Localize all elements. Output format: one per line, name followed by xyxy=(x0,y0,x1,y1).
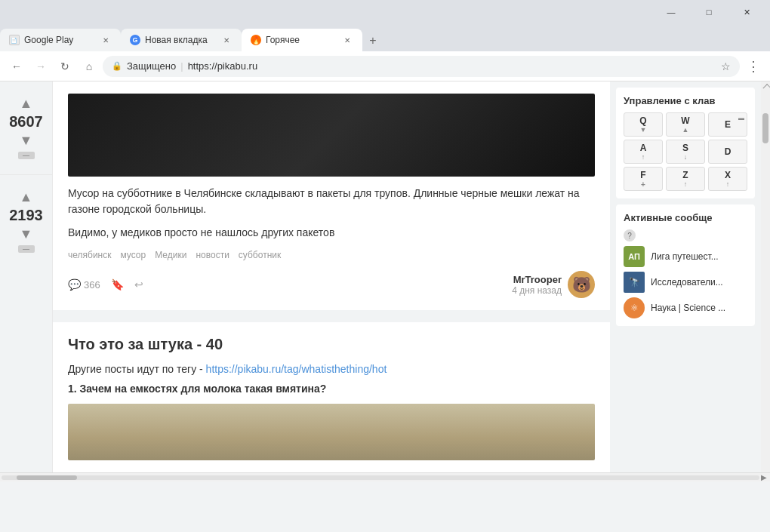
key-s: S ↓ xyxy=(666,140,705,164)
community-item-2[interactable]: ⚛ Наука | Science ... xyxy=(624,297,747,318)
author-name-1[interactable]: MrTrooper xyxy=(512,274,562,285)
tab-favicon-2: G xyxy=(130,35,140,45)
new-tab-button[interactable]: + xyxy=(362,30,383,51)
vote-dash-1[interactable]: — xyxy=(18,152,35,159)
post-footer-1: 💬 366 🔖 ↩ xyxy=(68,271,595,298)
window-controls: — □ ✕ xyxy=(654,0,764,24)
share-icon: ↩ xyxy=(134,278,143,291)
minimize-button[interactable]: — xyxy=(654,0,688,24)
key-a: A ↑ xyxy=(624,140,663,164)
scrollbar-thumb[interactable] xyxy=(17,475,77,480)
home-button[interactable]: ⌂ xyxy=(79,56,100,77)
vote-down-1[interactable]: ▼ xyxy=(20,134,33,147)
security-label: Защищено xyxy=(127,60,176,72)
post-title-2: Что это за штука - 40 xyxy=(68,334,595,354)
key-z: Z ↑ xyxy=(666,167,705,191)
tab-label-3: Горячее xyxy=(266,35,337,45)
scroll-right-btn[interactable]: ▶ xyxy=(759,473,768,482)
community-item-0[interactable]: АП Лига путешест... xyxy=(624,246,747,267)
community-icon-1: 🔭 xyxy=(624,272,645,293)
post-tag-3[interactable]: новости xyxy=(196,250,229,260)
post-actions-1: 💬 366 🔖 ↩ xyxy=(68,278,143,291)
post-tag-0[interactable]: челябинск xyxy=(68,250,111,260)
tab-close-3[interactable]: ✕ xyxy=(341,34,353,46)
vote-up-2[interactable]: ▲ xyxy=(20,190,33,204)
vscrollbar-thumb[interactable] xyxy=(762,113,768,143)
tab-close-2[interactable]: ✕ xyxy=(220,34,233,46)
post-tag-4[interactable]: субботник xyxy=(239,250,281,260)
address-separator: | xyxy=(180,60,183,72)
comments-action[interactable]: 💬 366 xyxy=(68,278,100,291)
reload-button[interactable]: ↻ xyxy=(54,56,75,77)
author-avatar-1: 🐻 xyxy=(568,271,595,298)
key-e: E ▬ xyxy=(708,112,747,137)
vertical-scrollbar[interactable] xyxy=(761,81,770,472)
vote-count-1: 8607 xyxy=(9,113,43,131)
keyboard-widget: Управление с клав Q ▼ W ▲ E xyxy=(616,88,755,198)
tab-close-1[interactable]: ✕ xyxy=(100,34,112,46)
post-link-text: Другие посты идут по тегу - https://pika… xyxy=(68,363,595,375)
post-tags-1: челябинск мусор Медики новости субботник xyxy=(68,250,595,260)
security-icon: 🔒 xyxy=(112,61,122,71)
post-link[interactable]: https://pikabu.ru/tag/whatisthething/hot xyxy=(206,363,387,375)
post-tag-2[interactable]: Медики xyxy=(155,250,186,260)
tab-google-play[interactable]: 📄 Google Play ✕ xyxy=(0,29,121,51)
key-q: Q ▼ xyxy=(624,112,663,137)
comment-count: 366 xyxy=(84,279,100,291)
nav-bar: ← → ↻ ⌂ 🔒 Защищено | https://pikabu.ru ☆… xyxy=(0,51,770,81)
scrollbar-track xyxy=(2,475,759,480)
key-w: W ▲ xyxy=(666,112,705,137)
messages-title: Активные сообще xyxy=(624,212,747,223)
help-icon[interactable]: ? xyxy=(624,229,636,241)
vote-count-2: 2193 xyxy=(9,207,43,224)
post-card-1: Мусор на субботнике в Челябинске складыв… xyxy=(53,81,610,310)
save-icon: 🔖 xyxy=(111,278,124,291)
comment-icon: 💬 xyxy=(68,278,81,291)
link-prefix: Другие посты идут по тегу - xyxy=(68,363,206,375)
right-sidebar: Управление с клав Q ▼ W ▲ E xyxy=(610,81,761,472)
tab-favicon-3: 🔥 xyxy=(251,35,261,45)
community-name-0: Лига путешест... xyxy=(651,251,719,262)
address-bar[interactable]: 🔒 Защищено | https://pikabu.ru ☆ xyxy=(103,56,740,77)
bookmark-icon[interactable]: ☆ xyxy=(721,60,731,72)
post-tag-1[interactable]: мусор xyxy=(120,250,146,260)
maximize-button[interactable]: □ xyxy=(691,0,726,24)
vote-up-1[interactable]: ▲ xyxy=(20,97,33,110)
vote-block-1: ▲ 8607 ▼ — xyxy=(0,81,52,175)
address-url: https://pikabu.ru xyxy=(188,60,258,72)
tab-favicon-1: 📄 xyxy=(9,35,20,45)
post-image-2 xyxy=(68,404,595,460)
svg-text:📄: 📄 xyxy=(11,37,17,44)
community-list: АП Лига путешест... 🔭 Исследователи... xyxy=(624,246,747,318)
community-item-1[interactable]: 🔭 Исследователи... xyxy=(624,272,747,293)
post-author-1: MrTrooper 4 дня назад 🐻 xyxy=(512,271,595,298)
share-action[interactable]: ↩ xyxy=(134,278,143,291)
post-card-2: Что это за штука - 40 Другие посты идут … xyxy=(53,322,610,472)
menu-button[interactable]: ⋮ xyxy=(743,56,764,77)
posts-area: Мусор на субботнике в Челябинске складыв… xyxy=(53,81,610,472)
post-subtext-1: Видимо, у медиков просто не нашлось друг… xyxy=(68,225,595,241)
forward-button[interactable]: → xyxy=(30,56,51,77)
back-button[interactable]: ← xyxy=(6,56,27,77)
community-icon-2: ⚛ xyxy=(624,297,645,318)
vote-dash-2[interactable]: — xyxy=(18,245,35,253)
save-action[interactable]: 🔖 xyxy=(111,278,124,291)
keyboard-grid: Q ▼ W ▲ E ▬ A xyxy=(624,112,747,191)
keyboard-title: Управление с клав xyxy=(624,95,747,106)
tab-hot[interactable]: 🔥 Горячее ✕ xyxy=(242,29,362,51)
vote-down-2[interactable]: ▼ xyxy=(20,227,33,241)
vote-block-2: ▲ 2193 ▼ — xyxy=(0,175,52,268)
vote-sidebar: ▲ 8607 ▼ — ▲ 2193 ▼ — xyxy=(0,81,53,472)
horizontal-scrollbar[interactable]: ▶ xyxy=(0,472,770,481)
content-area: ▲ 8607 ▼ — ▲ 2193 ▼ — xyxy=(0,81,770,481)
community-name-2: Наука | Science ... xyxy=(651,303,725,313)
author-time-1: 4 дня назад xyxy=(512,285,562,296)
community-icon-0: АП xyxy=(624,246,645,267)
messages-section: Активные сообще ? АП Лига путешест... 🔭 xyxy=(616,204,755,326)
close-button[interactable]: ✕ xyxy=(729,0,764,24)
key-f: F + xyxy=(624,167,663,191)
post-divider xyxy=(53,316,610,322)
tab-new-tab[interactable]: G Новая вкладка ✕ xyxy=(121,29,242,51)
tabs-bar: 📄 Google Play ✕ G Новая вкладка ✕ 🔥 Горя… xyxy=(0,24,770,51)
author-info-1: MrTrooper 4 дня назад xyxy=(512,274,562,296)
